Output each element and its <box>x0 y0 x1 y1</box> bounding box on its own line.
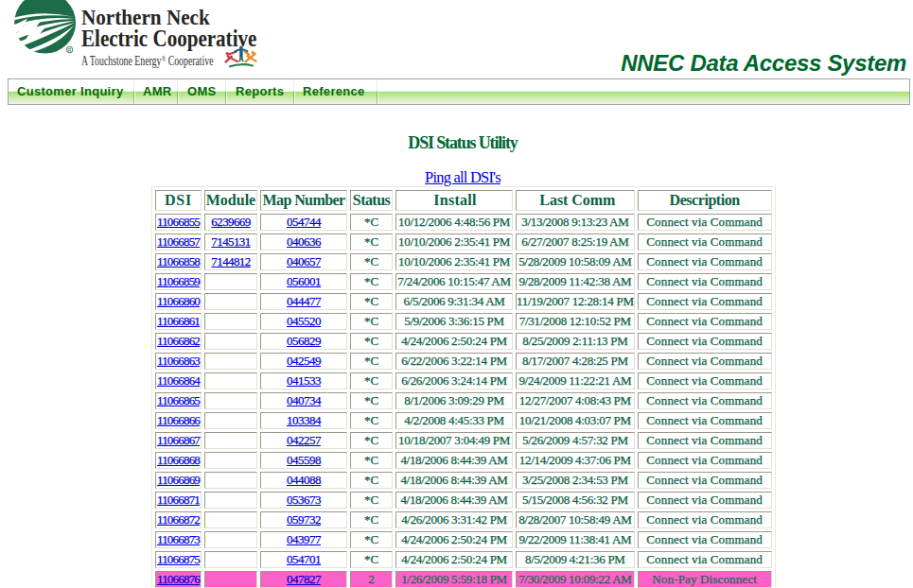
svg-text:R: R <box>68 47 72 53</box>
